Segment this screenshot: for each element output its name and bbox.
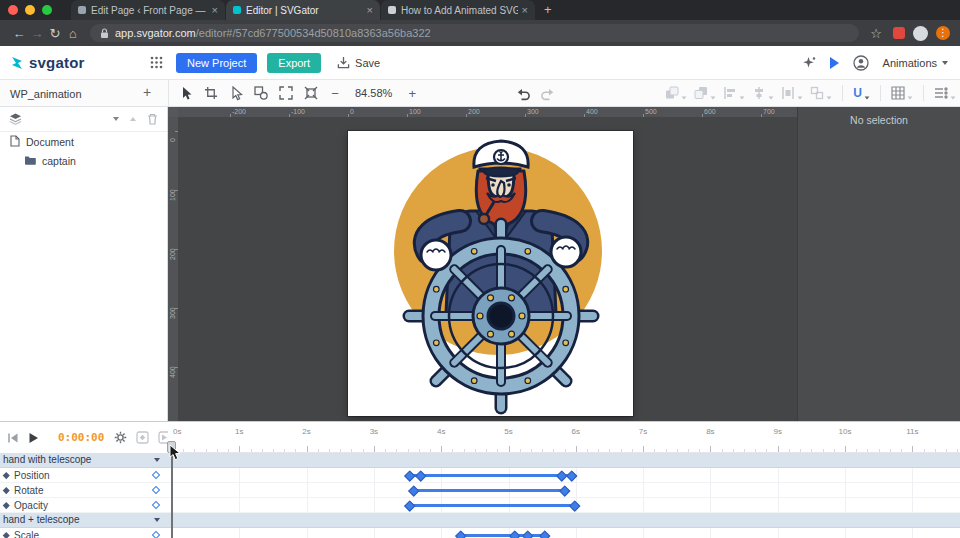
new-tab-button[interactable]: + <box>544 2 552 17</box>
track-group-row[interactable]: hand with telescope <box>0 453 960 468</box>
track-lane[interactable] <box>168 453 960 467</box>
artboard[interactable] <box>348 131 633 416</box>
fit-canvas-tool[interactable] <box>303 85 319 101</box>
tab-close-button[interactable]: × <box>212 5 218 15</box>
captain-illustration[interactable] <box>348 131 633 416</box>
track-lane[interactable] <box>168 498 960 512</box>
group-tool[interactable] <box>810 86 832 100</box>
redo-button[interactable] <box>540 87 555 105</box>
grid-settings-tool[interactable] <box>891 86 913 100</box>
track-property-row[interactable]: Scale <box>0 528 960 538</box>
reload-button[interactable]: ↻ <box>46 26 64 41</box>
apps-grid-icon[interactable] <box>148 55 164 71</box>
svgator-logo[interactable]: svgator <box>10 54 148 71</box>
keyframe-diamond[interactable] <box>539 530 550 538</box>
group-collapse-caret[interactable] <box>154 518 160 522</box>
expand-all-button[interactable] <box>130 117 136 121</box>
layer-item[interactable]: captain <box>0 151 167 170</box>
zoom-window-button[interactable] <box>42 5 52 15</box>
tab-bar: Edit Page ‹ Front Page — WordP...×Editor… <box>0 0 960 20</box>
animations-dropdown[interactable]: Animations <box>883 57 948 69</box>
zoom-in-button[interactable]: + <box>405 86 419 101</box>
keyframe-diamond[interactable] <box>405 500 416 511</box>
track-lane[interactable] <box>168 513 960 527</box>
ruler-label: -100 <box>291 108 305 115</box>
browser-tab[interactable]: Editor | SVGator× <box>226 0 380 20</box>
skip-to-start-button[interactable] <box>7 432 19 444</box>
select-tool[interactable] <box>178 85 194 101</box>
add-keyframe-diamond[interactable] <box>152 471 160 479</box>
tab-close-button[interactable]: × <box>522 5 528 15</box>
export-button[interactable]: Export <box>267 53 321 73</box>
track-lane[interactable] <box>168 528 960 538</box>
magic-wand-icon[interactable] <box>802 56 816 70</box>
track-lane[interactable] <box>168 468 960 482</box>
track-lane[interactable] <box>168 483 960 497</box>
preview-play-button[interactable] <box>830 57 839 69</box>
undo-button[interactable] <box>516 87 531 105</box>
main-area: Documentcaptain -200-1000100200300400500… <box>0 107 960 421</box>
forward-button[interactable]: → <box>28 26 46 41</box>
browser-tab[interactable]: How to Add Animated SVG to W...× <box>381 0 535 20</box>
align-center-tool[interactable] <box>752 86 774 100</box>
zoom-out-button[interactable]: − <box>328 86 342 101</box>
send-backward-tool[interactable] <box>694 86 716 100</box>
collapse-all-button[interactable] <box>113 117 119 121</box>
extension-icon[interactable] <box>893 27 905 39</box>
close-window-button[interactable] <box>8 5 18 15</box>
keyframe-connector <box>411 504 576 507</box>
expand-tool[interactable] <box>278 85 294 101</box>
keyframe-diamond[interactable] <box>408 485 419 496</box>
artboard-tool[interactable] <box>203 85 219 101</box>
bring-forward-tool[interactable] <box>665 86 687 100</box>
new-project-button[interactable]: New Project <box>176 53 257 73</box>
track-property-row[interactable]: Position <box>0 468 960 483</box>
play-button[interactable] <box>28 432 39 444</box>
browser-profile-avatar[interactable] <box>913 26 928 41</box>
back-button[interactable]: ← <box>10 26 28 41</box>
bookmark-star-icon[interactable]: ☆ <box>867 26 885 41</box>
add-keyframe-diamond[interactable] <box>152 486 160 494</box>
minor-tick <box>520 449 521 452</box>
track-label-zone: hand + telescope <box>0 513 168 527</box>
minimize-window-button[interactable] <box>25 5 35 15</box>
timeline-settings-gear-icon[interactable] <box>114 431 127 444</box>
shape-tool[interactable] <box>253 85 269 101</box>
direct-select-tool[interactable] <box>228 85 244 101</box>
canvas-area[interactable]: -200-1000100200300400500600700 010020030… <box>168 107 797 421</box>
keyframe-diamond[interactable] <box>509 530 520 538</box>
keyframe-diamond[interactable] <box>560 485 571 496</box>
keyframe-diamond[interactable] <box>415 470 426 481</box>
account-avatar-icon[interactable] <box>853 55 869 71</box>
group-collapse-caret[interactable] <box>154 458 160 462</box>
previous-keyframe-button[interactable] <box>136 431 149 444</box>
timeline-ruler[interactable]: 0s1s2s3s4s5s6s7s8s9s10s11s <box>168 422 960 453</box>
second-label: 3s <box>370 427 378 436</box>
browser-menu-button[interactable]: ⋮ <box>936 26 950 40</box>
keyframe-diamond[interactable] <box>570 500 581 511</box>
universal-snapping-tool[interactable]: U <box>853 86 870 100</box>
track-property-row[interactable]: Opacity <box>0 498 960 513</box>
add-layer-button[interactable]: + <box>138 84 156 102</box>
minor-tick <box>867 449 868 452</box>
save-button[interactable]: Save <box>337 56 380 69</box>
track-property-row[interactable]: Rotate <box>0 483 960 498</box>
zoom-level[interactable]: 84.58% <box>355 87 392 99</box>
minor-tick <box>901 449 902 452</box>
address-field[interactable]: app.svgator.com/editor#/57cd677500534d50… <box>90 24 859 42</box>
add-keyframe-diamond[interactable] <box>152 531 160 538</box>
keyframe-diamond[interactable] <box>523 530 534 538</box>
distribute-tool[interactable] <box>781 86 803 100</box>
view-options-tool[interactable] <box>934 86 956 100</box>
delete-layer-button[interactable] <box>147 113 158 125</box>
align-left-tool[interactable] <box>723 86 745 100</box>
track-group-row[interactable]: hand + telescope <box>0 513 960 528</box>
tab-close-button[interactable]: × <box>367 5 373 15</box>
add-keyframe-diamond[interactable] <box>152 501 160 509</box>
keyframe-diamond[interactable] <box>405 470 416 481</box>
keyframe-diamond[interactable] <box>566 470 577 481</box>
keyframe-diamond[interactable] <box>455 530 466 538</box>
browser-tab[interactable]: Edit Page ‹ Front Page — WordP...× <box>71 0 225 20</box>
home-button[interactable]: ⌂ <box>64 26 82 41</box>
layer-item[interactable]: Document <box>0 132 167 151</box>
